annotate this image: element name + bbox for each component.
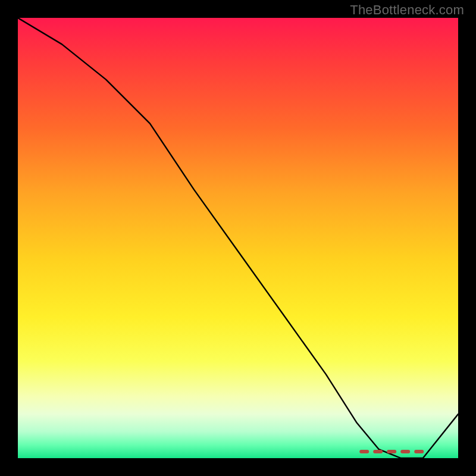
plot-area <box>18 18 458 458</box>
bottleneck-curve <box>18 18 458 458</box>
chart-svg <box>18 18 458 458</box>
watermark-text: TheBottleneck.com <box>350 2 464 18</box>
chart-root: TheBottleneck.com <box>0 0 476 476</box>
